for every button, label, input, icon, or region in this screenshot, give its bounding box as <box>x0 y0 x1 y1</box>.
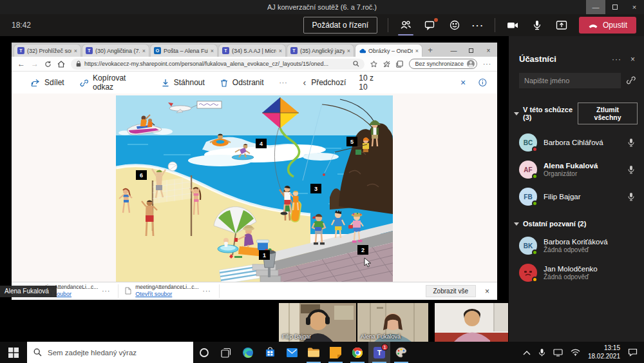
download-more-icon[interactable]: ··· <box>102 288 110 295</box>
store-icon[interactable] <box>259 342 281 363</box>
edge-icon[interactable] <box>237 342 259 363</box>
participant-row[interactable]: AF Alena Fukalová Organizátor <box>519 161 635 179</box>
taskbar-clock[interactable]: 13:15 18.02.2021 <box>588 344 620 360</box>
browser-profile-button[interactable]: Bez synchronizace <box>409 59 477 69</box>
browser-minimize-button[interactable]: — <box>445 47 462 54</box>
download-more-icon[interactable]: ··· <box>203 288 211 295</box>
share-screen-icon[interactable] <box>554 17 569 33</box>
tray-mic-icon[interactable] <box>538 348 545 357</box>
window-title: AJ konverzační soutěž (6. a 7.roč.) <box>267 3 377 11</box>
browser-tab-3[interactable]: O Pošta – Alena Fukalo... × <box>150 44 218 57</box>
refresh-icon[interactable] <box>44 61 52 68</box>
tab-close-icon[interactable]: × <box>74 48 77 54</box>
taskbar-search-input[interactable] <box>48 349 176 357</box>
minimize-button[interactable]: — <box>586 0 605 14</box>
close-button[interactable]: × <box>625 0 644 14</box>
participant-row[interactable]: BC Barbora Cihlářová <box>519 133 635 152</box>
browser-restore-button[interactable] <box>462 47 480 54</box>
download-item-2[interactable]: meetingAttendanceLi...c... Otevřít soubo… <box>125 284 219 297</box>
new-tab-button[interactable]: + <box>423 45 437 55</box>
paint-icon[interactable] <box>390 342 412 363</box>
participant-mic-icon[interactable] <box>627 138 635 147</box>
video-thumbnail-filip[interactable]: Filip Bajgar <box>279 303 356 342</box>
presenter-name-label: Alena Fukalová <box>0 286 57 297</box>
browser-tab-4[interactable]: T (34) 5.A AJ | Microso... × <box>218 44 286 57</box>
info-icon[interactable] <box>478 78 487 87</box>
onedrive-more-icon[interactable]: ··· <box>279 79 288 86</box>
file-icon <box>125 287 131 295</box>
divider <box>495 18 495 32</box>
share-invite-icon[interactable] <box>626 76 636 85</box>
downloads-close-icon[interactable]: × <box>485 287 489 296</box>
tab-close-icon[interactable]: × <box>142 48 146 54</box>
tab-close-icon[interactable]: × <box>347 48 350 54</box>
download-button[interactable]: Stáhnout <box>162 78 205 87</box>
back-icon[interactable]: ← <box>17 60 25 68</box>
participant-search-input[interactable] <box>519 73 621 88</box>
teams-taskbar-icon[interactable]: T 1 <box>368 342 390 363</box>
participant-row[interactable]: FB Filip Bajgar <box>519 188 635 206</box>
browser-close-button[interactable]: × <box>480 47 497 54</box>
tab-close-icon[interactable]: × <box>211 48 214 54</box>
collapse-caret-icon[interactable] <box>514 112 519 115</box>
tab-close-icon[interactable]: × <box>415 48 419 54</box>
delete-button[interactable]: Odstranit <box>220 78 264 87</box>
chat-icon[interactable] <box>423 17 437 33</box>
task-view-icon[interactable] <box>215 342 237 363</box>
participant-row[interactable]: Jan Molodčenko Žádná odpověď <box>519 264 635 282</box>
beach-photo[interactable]: 123456 <box>116 95 393 282</box>
reactions-icon[interactable] <box>448 17 462 33</box>
zoom-icon[interactable] <box>353 61 359 67</box>
mic-icon[interactable] <box>530 17 544 33</box>
video-strip: Filip Bajgar Alena Fukalová <box>279 303 508 342</box>
status-dot <box>532 146 538 152</box>
teams-favicon: T <box>86 47 93 54</box>
video-thumbnail-third[interactable] <box>435 303 508 342</box>
panel-more-icon[interactable]: ··· <box>612 55 621 64</box>
copy-link-button[interactable]: Kopírovat odkaz <box>80 74 146 92</box>
collapse-caret-icon[interactable] <box>514 222 519 226</box>
mute-all-button[interactable]: Ztlumit všechny <box>578 103 638 124</box>
start-button[interactable] <box>0 342 27 363</box>
participant-row[interactable]: BK Barbora Koriťáková Žádná odpověď <box>519 237 635 255</box>
action-center-icon[interactable] <box>628 348 638 357</box>
url-field[interactable]: https://evokacecz-my.sharepoint.com/pers… <box>71 59 365 70</box>
mail-icon[interactable] <box>281 342 303 363</box>
tray-wifi-icon[interactable] <box>571 349 580 356</box>
forward-icon[interactable]: → <box>31 60 39 68</box>
browser-tab-2[interactable]: T (30) Angličtina (7. A) × <box>82 44 149 57</box>
participants-icon[interactable] <box>399 17 413 33</box>
collections-icon[interactable] <box>396 61 403 68</box>
tab-close-icon[interactable]: × <box>279 48 282 54</box>
tray-expand-icon[interactable] <box>523 350 531 355</box>
share-button[interactable]: Sdílet <box>31 78 64 87</box>
participant-mic-icon[interactable] <box>627 192 635 201</box>
file-explorer-icon[interactable] <box>303 342 325 363</box>
request-control-button[interactable]: Požádat o řízení <box>303 17 377 34</box>
participant-mic-icon[interactable] <box>627 165 635 174</box>
browser-tab-1[interactable]: T (32) Prohlížeč soubo... × <box>14 44 81 57</box>
cortana-icon[interactable] <box>193 342 215 363</box>
browser-tab-5[interactable]: T (35) Anglický jazyk (... × <box>287 44 354 57</box>
link-icon <box>80 79 88 87</box>
browser-tab-onedrive-active[interactable]: Obrázky – OneDrive × <box>355 44 422 57</box>
video-thumbnail-alena[interactable]: Alena Fukalová <box>357 303 428 342</box>
sticky-notes-icon[interactable] <box>325 342 346 363</box>
camera-icon[interactable] <box>506 17 520 33</box>
panel-close-icon[interactable]: × <box>630 55 635 64</box>
chrome-icon[interactable] <box>346 342 368 363</box>
home-icon[interactable] <box>57 61 65 68</box>
taskbar-search[interactable] <box>27 342 193 363</box>
star-icon[interactable] <box>383 61 390 68</box>
maximize-button[interactable] <box>605 0 625 14</box>
leave-button[interactable]: Opustit <box>579 17 636 34</box>
viewer-close-icon[interactable]: × <box>460 77 466 88</box>
show-all-downloads-button[interactable]: Zobrazit vše <box>426 285 476 297</box>
tray-display-icon[interactable] <box>553 349 563 357</box>
more-options-icon[interactable]: ··· <box>472 21 484 30</box>
leave-label: Opustit <box>603 21 627 30</box>
open-file-link[interactable]: Otevřít soubor <box>135 291 198 297</box>
favorites-icon[interactable] <box>370 61 377 68</box>
previous-button[interactable]: ‹ Předchozí <box>303 77 346 88</box>
browser-menu-icon[interactable]: ··· <box>483 61 491 68</box>
